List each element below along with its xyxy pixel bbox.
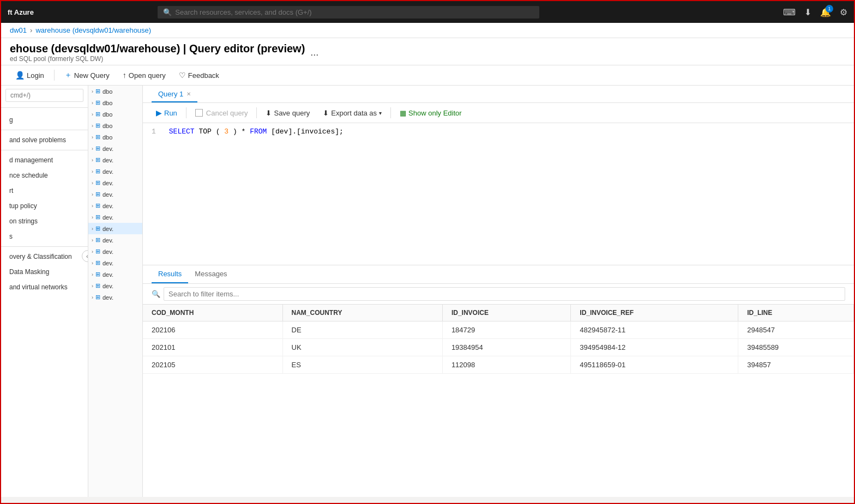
tree-item-18[interactable]: › ⊞ dev.: [88, 292, 142, 303]
code-editor[interactable]: 1 SELECT TOP ( 3 ) * FROM [dev].[invoice…: [143, 123, 854, 265]
results-tab-results[interactable]: Results: [152, 265, 188, 283]
tree-item-label-17: dev.: [103, 283, 113, 289]
tree-item-13[interactable]: › ⊞ dev.: [88, 234, 142, 246]
sidebar-search-input[interactable]: [5, 89, 83, 102]
tree-item-label-9: dev.: [103, 191, 113, 198]
tree-chevron-9: ›: [92, 192, 93, 197]
feedback-icon: ♡: [179, 71, 186, 80]
tree-table-icon-5: ⊞: [95, 145, 100, 152]
results-search: 🔍: [143, 284, 854, 305]
show-editor-button[interactable]: ▦ Show only Editor: [395, 107, 466, 119]
login-button[interactable]: 👤 Login: [10, 68, 50, 82]
breadcrumb-parent[interactable]: dw01: [10, 26, 27, 34]
sidebar-item-3[interactable]: nce schedule: [1, 168, 88, 183]
tree-item-8[interactable]: › ⊞ dev.: [88, 177, 142, 189]
breadcrumb: dw01 › warehouse (devsqldw01/warehouse): [1, 23, 854, 38]
save-query-button[interactable]: ⬇ Save query: [261, 107, 314, 119]
tree-table-icon-2: ⊞: [95, 111, 100, 118]
sidebar-divider-1: [1, 130, 88, 130]
sidebar-item-4[interactable]: rt: [1, 183, 88, 198]
sidebar-item-9[interactable]: Data Masking: [1, 264, 88, 280]
tree-table-icon-18: ⊞: [95, 294, 100, 301]
tab-close-icon[interactable]: ✕: [186, 91, 191, 97]
tree-item-7[interactable]: › ⊞ dev.: [88, 166, 142, 177]
global-search[interactable]: 🔍: [158, 6, 539, 19]
line-number-1: 1: [152, 127, 165, 136]
settings-icon[interactable]: ⚙: [840, 7, 847, 17]
table-row: 202105ES112098495118659-01394857: [143, 356, 854, 374]
tree-chevron-2: ›: [92, 112, 93, 117]
query-tabs: Query 1 ✕: [143, 86, 854, 103]
tree-chevron-3: ›: [92, 123, 93, 129]
cell-2-4: 394857: [738, 356, 854, 374]
new-query-button[interactable]: ＋ New Query: [59, 68, 115, 83]
sidebar-item-6[interactable]: on strings: [1, 214, 88, 229]
cell-0-4: 2948547: [738, 321, 854, 339]
download-icon[interactable]: ⬇: [804, 7, 811, 17]
tree-item-4[interactable]: › ⊞ dbo: [88, 131, 142, 143]
export-data-button[interactable]: ⬇ Export data as ▾: [318, 107, 386, 119]
sidebar-divider-2: [1, 150, 88, 150]
cell-1-2: 19384954: [442, 339, 570, 356]
tree-item-5[interactable]: › ⊞ dev.: [88, 143, 142, 154]
tree-item-label-12: dev.: [103, 226, 113, 232]
sidebar-item-7[interactable]: s: [1, 229, 88, 244]
results-search-icon: 🔍: [152, 290, 160, 298]
sidebar-item-1[interactable]: and solve problems: [1, 132, 88, 148]
tree-item-0[interactable]: › ⊞ dbo: [88, 86, 142, 97]
search-input[interactable]: [175, 8, 534, 16]
cell-0-0: 202106: [143, 321, 282, 339]
feedback-button[interactable]: ♡ Feedback: [173, 68, 225, 82]
notification-icon[interactable]: 🔔 1: [820, 7, 831, 17]
terminal-icon[interactable]: ⌨: [783, 7, 796, 17]
sidebar-item-2[interactable]: d management: [1, 153, 88, 168]
feedback-label: Feedback: [188, 71, 219, 80]
tree-item-label-10: dev.: [103, 203, 113, 209]
tree-item-10[interactable]: › ⊞ dev.: [88, 200, 142, 211]
tree-table-icon-10: ⊞: [95, 202, 100, 209]
tree-chevron-12: ›: [92, 226, 93, 232]
results-search-input[interactable]: [164, 287, 845, 301]
cell-1-3: 394954984-12: [571, 339, 738, 356]
sidebar-item-5[interactable]: tup policy: [1, 198, 88, 214]
sidebar-search-wrapper: [1, 86, 88, 105]
query-tab-1[interactable]: Query 1 ✕: [152, 86, 197, 102]
run-button[interactable]: ▶ Run: [152, 106, 182, 119]
tree-item-label-4: dbo: [103, 134, 112, 141]
page-header: ehouse (devsqldw01/warehouse) | Query ed…: [1, 38, 854, 65]
more-options-button[interactable]: ...: [310, 47, 318, 58]
sidebar-item-8[interactable]: overy & Classification: [1, 249, 88, 264]
tree-item-11[interactable]: › ⊞ dev.: [88, 211, 142, 223]
run-label: Run: [164, 109, 177, 117]
tree-item-2[interactable]: › ⊞ dbo: [88, 108, 142, 120]
tree-chevron-5: ›: [92, 146, 93, 151]
tree-item-6[interactable]: › ⊞ dev.: [88, 154, 142, 166]
cell-2-0: 202105: [143, 356, 282, 374]
editor-sep-3: [390, 107, 391, 118]
tree-chevron-0: ›: [92, 89, 93, 94]
tree-item-3[interactable]: › ⊞ dbo: [88, 120, 142, 131]
open-query-button[interactable]: ↑ Open query: [117, 68, 171, 82]
table-row: 202101UK19384954394954984-1239485589: [143, 339, 854, 356]
tree-item-label-16: dev.: [103, 271, 113, 278]
tree-item-14[interactable]: › ⊞ dev.: [88, 246, 142, 257]
results-tab-messages[interactable]: Messages: [188, 265, 233, 283]
tree-chevron-4: ›: [92, 135, 93, 140]
table-header-row: COD_MONTH NAM_COUNTRY ID_INVOICE ID_INVO…: [143, 305, 854, 321]
tree-item-1[interactable]: › ⊞ dbo: [88, 97, 142, 108]
tree-item-label-5: dev.: [103, 145, 113, 152]
tree-item-15[interactable]: › ⊞ dev.: [88, 257, 142, 269]
tree-item-16[interactable]: › ⊞ dev.: [88, 269, 142, 280]
tree-item-9[interactable]: › ⊞ dev.: [88, 189, 142, 200]
tree-item-12[interactable]: › ⊞ dev.: [88, 223, 142, 234]
sidebar-item-0[interactable]: g: [1, 112, 88, 127]
cancel-label: Cancel query: [206, 109, 248, 117]
cell-1-1: UK: [282, 339, 442, 356]
tree-table-icon-8: ⊞: [95, 179, 100, 186]
sidebar-item-10[interactable]: and virtual networks: [1, 280, 88, 295]
breadcrumb-current[interactable]: warehouse (devsqldw01/warehouse): [35, 26, 151, 34]
cancel-query-button[interactable]: Cancel query: [191, 107, 252, 119]
tree-item-17[interactable]: › ⊞ dev.: [88, 280, 142, 292]
tree-table-icon-6: ⊞: [95, 156, 100, 163]
tree-item-label-8: dev.: [103, 180, 113, 186]
